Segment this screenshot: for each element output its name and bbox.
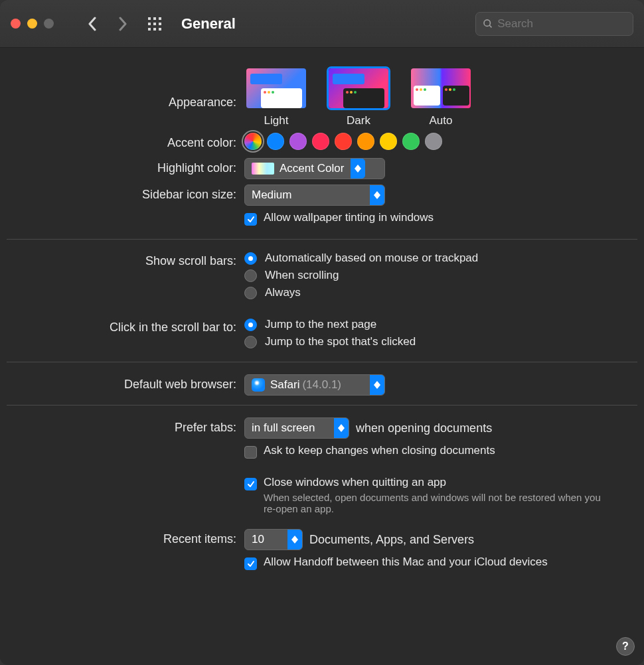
svg-rect-0 bbox=[148, 17, 151, 20]
appearance-option-light[interactable]: Light bbox=[244, 66, 308, 127]
prefer-tabs-popup[interactable]: in full screen bbox=[244, 417, 349, 439]
default-browser-popup[interactable]: Safari (14.0.1) bbox=[244, 374, 385, 396]
show-all-button[interactable] bbox=[147, 16, 163, 32]
accent-color-swatches bbox=[244, 133, 637, 150]
highlight-color-popup[interactable]: Accent Color bbox=[244, 158, 385, 179]
window-title: General bbox=[181, 15, 236, 33]
appearance-option-dark[interactable]: Dark bbox=[327, 66, 390, 127]
sidebar-size-popup[interactable]: Medium bbox=[244, 185, 385, 206]
scrollbars-option-scrolling[interactable]: When scrolling bbox=[244, 269, 637, 282]
system-preferences-general: General Appearance: bbox=[0, 0, 644, 665]
svg-rect-7 bbox=[153, 28, 156, 31]
safari-icon bbox=[252, 378, 265, 392]
accent-swatch-blue[interactable] bbox=[267, 133, 284, 150]
accent-swatch-graphite[interactable] bbox=[425, 133, 442, 150]
svg-rect-3 bbox=[148, 23, 151, 25]
svg-point-9 bbox=[484, 19, 490, 25]
stepper-icon bbox=[287, 530, 302, 550]
accent-swatch-yellow[interactable] bbox=[380, 133, 397, 150]
titlebar: General bbox=[0, 0, 644, 48]
default-browser-label: Default web browser: bbox=[7, 374, 244, 394]
window-controls bbox=[11, 19, 54, 29]
search-field[interactable] bbox=[475, 12, 633, 36]
accent-swatch-purple[interactable] bbox=[289, 133, 307, 150]
ask-keep-changes-checkbox[interactable]: Ask to keep changes when closing documen… bbox=[244, 444, 637, 459]
minimize-window-button[interactable] bbox=[27, 19, 37, 29]
recent-items-popup[interactable]: 10 bbox=[244, 529, 303, 550]
click-scrollbar-next-page[interactable]: Jump to the next page bbox=[244, 318, 637, 331]
scrollbars-option-always[interactable]: Always bbox=[244, 286, 637, 299]
svg-line-10 bbox=[489, 25, 491, 27]
appearance-label: Appearance: bbox=[7, 66, 244, 110]
close-windows-help: When selected, open documents and window… bbox=[264, 492, 615, 514]
checkbox-icon bbox=[244, 446, 257, 459]
checkbox-icon bbox=[244, 213, 257, 226]
stepper-icon bbox=[370, 375, 384, 395]
scrollbars-label: Show scroll bars: bbox=[7, 252, 244, 268]
click-scrollbar-jump-spot[interactable]: Jump to the spot that's clicked bbox=[244, 335, 637, 348]
svg-rect-6 bbox=[148, 28, 151, 31]
svg-rect-4 bbox=[153, 23, 156, 25]
prefer-tabs-suffix: when opening documents bbox=[356, 417, 492, 439]
prefer-tabs-label: Prefer tabs: bbox=[7, 417, 244, 437]
search-icon bbox=[483, 18, 493, 30]
svg-rect-8 bbox=[159, 28, 161, 31]
stepper-icon bbox=[370, 185, 384, 205]
recent-items-suffix: Documents, Apps, and Servers bbox=[309, 529, 474, 550]
handoff-checkbox[interactable]: Allow Handoff between this Mac and your … bbox=[244, 555, 637, 570]
help-button[interactable]: ? bbox=[616, 637, 635, 656]
accent-swatch-green[interactable] bbox=[402, 133, 420, 150]
accent-swatch-pink[interactable] bbox=[312, 133, 329, 150]
stepper-icon bbox=[334, 418, 349, 438]
close-window-button[interactable] bbox=[11, 19, 21, 29]
back-button[interactable] bbox=[80, 12, 104, 36]
highlight-color-label: Highlight color: bbox=[7, 158, 244, 178]
forward-button[interactable] bbox=[111, 12, 135, 36]
svg-rect-1 bbox=[153, 17, 156, 20]
close-windows-checkbox[interactable]: Close windows when quitting an app bbox=[244, 476, 637, 490]
accent-swatch-orange[interactable] bbox=[357, 133, 374, 150]
zoom-window-button[interactable] bbox=[44, 19, 54, 29]
svg-rect-5 bbox=[159, 23, 161, 25]
accent-swatch-multicolor[interactable] bbox=[244, 133, 262, 150]
svg-rect-2 bbox=[159, 17, 161, 20]
accent-color-label: Accent color: bbox=[7, 133, 244, 153]
search-input[interactable] bbox=[497, 17, 626, 31]
checkbox-icon bbox=[244, 478, 257, 490]
click-scrollbar-label: Click in the scroll bar to: bbox=[7, 318, 244, 334]
sidebar-size-label: Sidebar icon size: bbox=[7, 185, 244, 204]
scrollbars-option-auto[interactable]: Automatically based on mouse or trackpad bbox=[244, 252, 637, 265]
stepper-icon bbox=[351, 159, 365, 179]
accent-swatch-red[interactable] bbox=[335, 133, 352, 150]
checkbox-icon bbox=[244, 557, 257, 570]
recent-items-label: Recent items: bbox=[7, 529, 244, 549]
wallpaper-tinting-checkbox[interactable]: Allow wallpaper tinting in windows bbox=[244, 211, 637, 226]
appearance-option-auto[interactable]: Auto bbox=[409, 66, 473, 127]
accent-swatch-icon bbox=[252, 163, 274, 175]
